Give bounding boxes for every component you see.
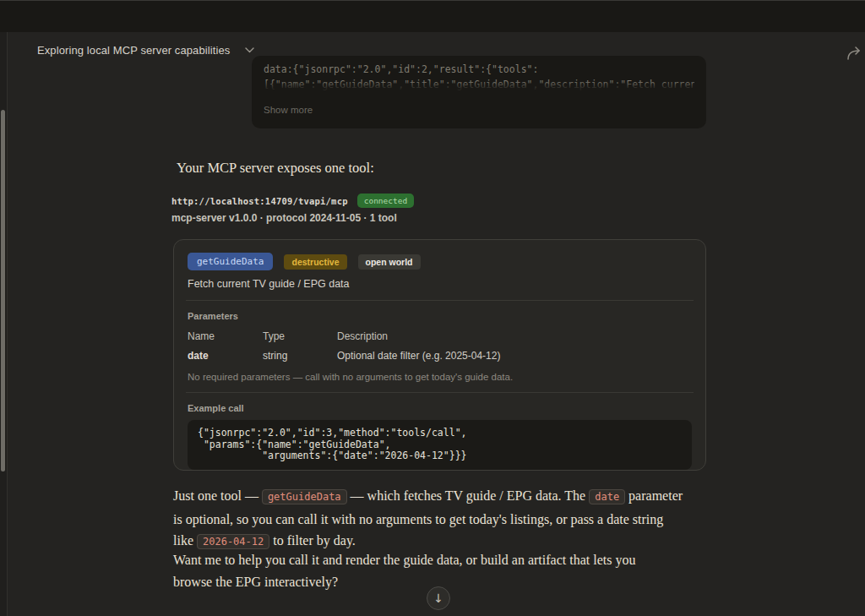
divider — [186, 392, 694, 393]
conversation-title-button[interactable]: Exploring local MCP server capabilities — [35, 41, 256, 60]
scroll-to-bottom-button[interactable]: ↓ — [427, 586, 450, 610]
endpoint-url: http://localhost:14709/tvapi/mcp — [171, 196, 348, 206]
column-header-description: Description — [337, 330, 692, 342]
tool-name-badge: getGuideData — [188, 253, 273, 270]
param-description: Optional date filter (e.g. 2025-04-12) — [337, 350, 692, 362]
arrow-down-icon: ↓ — [433, 592, 443, 604]
server-meta-text: mcp-server v1.0.0 · protocol 2024-11-05 … — [171, 212, 397, 224]
inline-code-date: date — [589, 489, 625, 504]
tool-description: Fetch current TV guide / EPG data — [188, 278, 692, 290]
destructive-badge: destructive — [284, 254, 346, 270]
para1-text-4: to filter by day. — [269, 533, 356, 548]
para1-text-1: Just one tool — — [173, 488, 262, 503]
parameters-label: Parameters — [188, 311, 692, 321]
example-call-code: {"jsonrpc":"2.0","id":3,"method":"tools/… — [188, 420, 692, 470]
parameters-note: No required parameters — call with no ar… — [188, 372, 692, 382]
open-world-badge: open world — [358, 254, 421, 270]
inline-code-getguidedata: getGuideData — [262, 489, 347, 504]
show-more-button[interactable]: Show more — [264, 105, 313, 115]
tool-badges-row: getGuideData destructive open world — [188, 253, 692, 270]
fade-overlay — [264, 80, 694, 94]
connection-status-badge: connected — [357, 194, 414, 208]
share-button[interactable] — [845, 42, 865, 64]
column-header-type: Type — [263, 330, 337, 342]
param-name: date — [188, 350, 263, 362]
example-call-label: Example call — [188, 403, 692, 413]
stream-line-1: data:{"jsonrpc":"2.0","id":2,"result":{"… — [264, 62, 694, 77]
window-top-bar — [0, 0, 865, 32]
divider — [186, 300, 694, 301]
stream-preview-lines: data:{"jsonrpc":"2.0","id":2,"result":{"… — [264, 62, 694, 94]
chevron-down-icon — [245, 47, 254, 53]
left-rail — [0, 32, 8, 616]
tool-card: getGuideData destructive open world Fetc… — [173, 239, 706, 471]
assistant-intro-text: Your MCP server exposes one tool: — [177, 160, 374, 177]
left-scrollbar-thumb[interactable] — [1, 110, 5, 472]
stream-preview-block: data:{"jsonrpc":"2.0","id":2,"result":{"… — [252, 56, 706, 128]
assistant-paragraph-1: Just one tool — getGuideData — which fet… — [173, 485, 687, 553]
para1-text-2: — which fetches TV guide / EPG data. The — [347, 488, 590, 503]
inline-code-date-value: 2026-04-12 — [197, 534, 269, 549]
column-header-name: Name — [188, 330, 263, 342]
app-window: Exploring local MCP server capabilities … — [0, 0, 865, 616]
share-arrow-icon — [845, 44, 863, 63]
parameters-table: Name Type Description date string Option… — [188, 330, 692, 362]
assistant-paragraph-2: Want me to help you call it and render t… — [173, 549, 663, 592]
param-type: string — [263, 350, 337, 362]
endpoint-row: http://localhost:14709/tvapi/mcp connect… — [171, 194, 414, 208]
conversation-title: Exploring local MCP server capabilities — [37, 44, 230, 57]
